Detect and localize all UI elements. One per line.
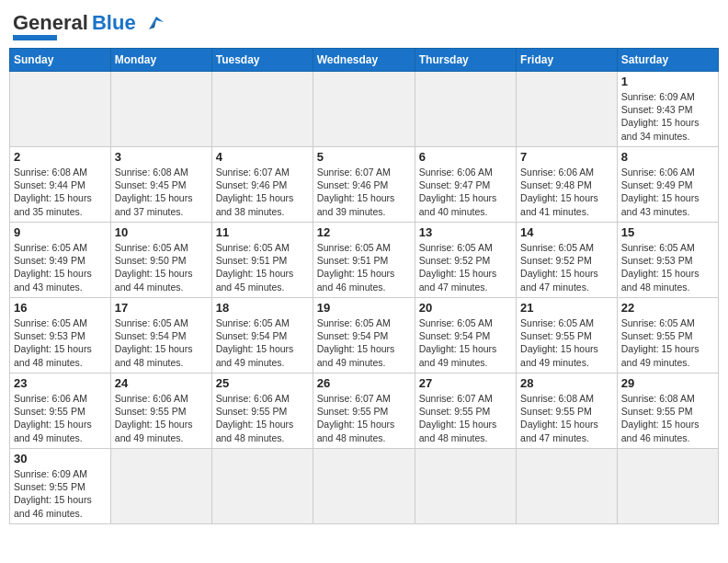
day-number: 12 [317,225,411,239]
day-number: 2 [14,150,107,164]
calendar-day-cell: 17Sunrise: 6:05 AM Sunset: 9:54 PM Dayli… [110,298,211,373]
calendar-day-cell [110,449,211,524]
logo: General Blue [13,13,167,40]
day-number: 23 [14,376,107,390]
day-info: Sunrise: 6:07 AM Sunset: 9:46 PM Dayligh… [216,166,309,218]
calendar-header-row: SundayMondayTuesdayWednesdayThursdayFrid… [10,49,719,72]
day-info: Sunrise: 6:08 AM Sunset: 9:55 PM Dayligh… [520,392,613,444]
calendar-day-cell: 19Sunrise: 6:05 AM Sunset: 9:54 PM Dayli… [313,298,415,373]
calendar-week-row: 2Sunrise: 6:08 AM Sunset: 9:44 PM Daylig… [10,147,719,223]
calendar-day-cell [415,449,516,524]
calendar-day-cell: 21Sunrise: 6:05 AM Sunset: 9:55 PM Dayli… [517,298,618,373]
day-number: 29 [621,376,714,390]
calendar-header-sunday: Sunday [10,49,111,72]
day-number: 22 [621,301,714,315]
day-info: Sunrise: 6:05 AM Sunset: 9:50 PM Dayligh… [115,241,208,293]
day-info: Sunrise: 6:07 AM Sunset: 9:55 PM Dayligh… [317,392,411,444]
day-number: 3 [115,150,208,164]
page-header: General Blue [9,9,719,40]
day-info: Sunrise: 6:05 AM Sunset: 9:52 PM Dayligh… [419,241,512,293]
day-number: 6 [419,150,512,164]
day-info: Sunrise: 6:05 AM Sunset: 9:51 PM Dayligh… [216,241,309,293]
calendar-header-thursday: Thursday [415,49,516,72]
day-info: Sunrise: 6:07 AM Sunset: 9:46 PM Dayligh… [317,166,411,218]
day-info: Sunrise: 6:05 AM Sunset: 9:52 PM Dayligh… [520,241,613,293]
calendar-header-monday: Monday [110,49,211,72]
calendar-day-cell: 29Sunrise: 6:08 AM Sunset: 9:55 PM Dayli… [617,373,718,449]
day-info: Sunrise: 6:05 AM Sunset: 9:54 PM Dayligh… [317,316,411,369]
calendar-day-cell [10,72,111,147]
day-number: 20 [419,301,512,315]
day-number: 19 [317,301,411,315]
day-info: Sunrise: 6:06 AM Sunset: 9:47 PM Dayligh… [419,166,512,218]
calendar-day-cell [517,449,618,524]
calendar-day-cell: 9Sunrise: 6:05 AM Sunset: 9:49 PM Daylig… [10,223,111,298]
day-number: 11 [216,225,309,239]
calendar-day-cell: 28Sunrise: 6:08 AM Sunset: 9:55 PM Dayli… [517,373,618,449]
calendar-week-row: 16Sunrise: 6:05 AM Sunset: 9:53 PM Dayli… [10,298,719,373]
day-info: Sunrise: 6:05 AM Sunset: 9:49 PM Dayligh… [14,241,107,293]
calendar-day-cell: 22Sunrise: 6:05 AM Sunset: 9:55 PM Dayli… [617,298,718,373]
calendar-table: SundayMondayTuesdayWednesdayThursdayFrid… [9,48,719,524]
calendar-week-row: 1Sunrise: 6:09 AM Sunset: 9:43 PM Daylig… [10,72,719,147]
calendar-day-cell [313,449,415,524]
day-number: 8 [621,150,714,164]
day-info: Sunrise: 6:08 AM Sunset: 9:44 PM Dayligh… [14,166,107,218]
calendar-week-row: 30Sunrise: 6:09 AM Sunset: 9:55 PM Dayli… [10,449,719,524]
calendar-day-cell: 1Sunrise: 6:09 AM Sunset: 9:43 PM Daylig… [617,72,718,147]
day-info: Sunrise: 6:06 AM Sunset: 9:55 PM Dayligh… [14,392,107,444]
calendar-day-cell: 30Sunrise: 6:09 AM Sunset: 9:55 PM Dayli… [10,449,111,524]
day-number: 14 [520,225,613,239]
day-info: Sunrise: 6:05 AM Sunset: 9:54 PM Dayligh… [216,316,309,369]
calendar-day-cell: 23Sunrise: 6:06 AM Sunset: 9:55 PM Dayli… [10,373,111,449]
calendar-day-cell: 20Sunrise: 6:05 AM Sunset: 9:54 PM Dayli… [415,298,516,373]
day-number: 5 [317,150,411,164]
calendar-day-cell: 18Sunrise: 6:05 AM Sunset: 9:54 PM Dayli… [211,298,313,373]
calendar-day-cell [517,72,618,147]
calendar-day-cell [617,449,718,524]
calendar-day-cell: 7Sunrise: 6:06 AM Sunset: 9:48 PM Daylig… [517,147,618,223]
day-info: Sunrise: 6:05 AM Sunset: 9:54 PM Dayligh… [419,316,512,369]
calendar-day-cell: 16Sunrise: 6:05 AM Sunset: 9:53 PM Dayli… [10,298,111,373]
calendar-day-cell [313,72,415,147]
day-number: 13 [419,225,512,239]
day-info: Sunrise: 6:06 AM Sunset: 9:49 PM Dayligh… [621,166,714,218]
logo-general: General [13,13,88,33]
day-number: 24 [115,376,208,390]
calendar-day-cell: 15Sunrise: 6:05 AM Sunset: 9:53 PM Dayli… [617,223,718,298]
calendar-header-friday: Friday [517,49,618,72]
calendar-day-cell [211,449,313,524]
day-info: Sunrise: 6:05 AM Sunset: 9:55 PM Dayligh… [621,316,714,369]
day-number: 1 [621,75,714,88]
calendar-day-cell: 6Sunrise: 6:06 AM Sunset: 9:47 PM Daylig… [415,147,516,223]
day-info: Sunrise: 6:05 AM Sunset: 9:55 PM Dayligh… [520,316,613,369]
calendar-header-saturday: Saturday [617,49,718,72]
day-info: Sunrise: 6:05 AM Sunset: 9:54 PM Dayligh… [115,316,208,369]
calendar-day-cell: 10Sunrise: 6:05 AM Sunset: 9:50 PM Dayli… [110,223,211,298]
calendar-day-cell [415,72,516,147]
day-number: 7 [520,150,613,164]
calendar-day-cell: 25Sunrise: 6:06 AM Sunset: 9:55 PM Dayli… [211,373,313,449]
calendar-header-wednesday: Wednesday [313,49,415,72]
day-number: 16 [14,301,107,315]
day-info: Sunrise: 6:05 AM Sunset: 9:53 PM Dayligh… [621,241,714,293]
day-info: Sunrise: 6:09 AM Sunset: 9:43 PM Dayligh… [621,90,714,143]
calendar-day-cell: 8Sunrise: 6:06 AM Sunset: 9:49 PM Daylig… [617,147,718,223]
day-number: 9 [14,225,107,239]
logo-bird-icon [140,13,167,33]
calendar-week-row: 23Sunrise: 6:06 AM Sunset: 9:55 PM Dayli… [10,373,719,449]
day-number: 17 [115,301,208,315]
day-info: Sunrise: 6:06 AM Sunset: 9:55 PM Dayligh… [115,392,208,444]
calendar-day-cell: 12Sunrise: 6:05 AM Sunset: 9:51 PM Dayli… [313,223,415,298]
day-number: 25 [216,376,309,390]
day-number: 28 [520,376,613,390]
day-number: 18 [216,301,309,315]
day-number: 15 [621,225,714,239]
day-number: 10 [115,225,208,239]
calendar-day-cell [110,72,211,147]
calendar-day-cell: 26Sunrise: 6:07 AM Sunset: 9:55 PM Dayli… [313,373,415,449]
day-info: Sunrise: 6:08 AM Sunset: 9:45 PM Dayligh… [115,166,208,218]
day-number: 27 [419,376,512,390]
day-info: Sunrise: 6:08 AM Sunset: 9:55 PM Dayligh… [621,392,714,444]
day-info: Sunrise: 6:06 AM Sunset: 9:55 PM Dayligh… [216,392,309,444]
